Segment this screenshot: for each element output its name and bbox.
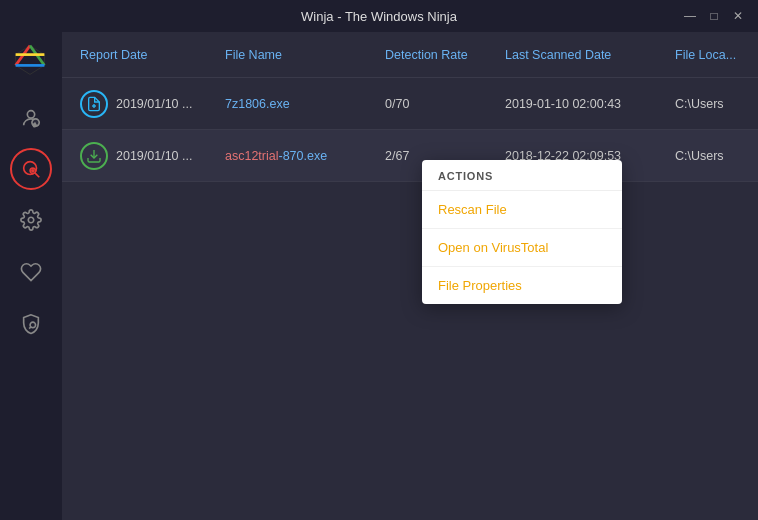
file-name-1: 7z1806.exe [225,97,290,111]
context-menu: ACTIONS Rescan File Open on VirusTotal F… [422,160,622,304]
table-body: 2019/01/10 ... 7z1806.exe 0/70 2019-01-1… [62,78,758,520]
cell-name-1: 7z1806.exe [217,97,377,111]
report-date-2: 2019/01/10 ... [116,149,192,163]
table-row[interactable]: 2019/01/10 ... asc12trial-870.exe 2/67 2… [62,130,758,182]
context-menu-rescan[interactable]: Rescan File [422,191,622,229]
main-layout: Report Date File Name Detection Rate Las… [0,32,758,520]
file-icon-2 [80,142,108,170]
sidebar-item-favorites[interactable] [9,250,53,294]
th-file-name: File Name [217,48,377,62]
th-report-date: Report Date [72,48,217,62]
svg-line-15 [29,327,31,329]
cell-fileloc-2: C:\Users [667,149,748,163]
th-detection-rate: Detection Rate [377,48,497,62]
sidebar-item-scan[interactable] [10,148,52,190]
file-name-prefix-2: asc12trial [225,149,279,163]
file-name-suffix-2: -870.exe [279,149,328,163]
minimize-button[interactable]: — [682,8,698,24]
th-file-location: File Loca... [667,48,748,62]
sidebar-item-user[interactable] [9,96,53,140]
cell-name-2: asc12trial-870.exe [217,149,377,163]
th-last-scanned: Last Scanned Date [497,48,667,62]
titlebar-controls: — □ ✕ [682,8,746,24]
file-icon-1 [80,90,108,118]
app-logo [12,42,50,80]
maximize-button[interactable]: □ [706,8,722,24]
context-menu-virustotal[interactable]: Open on VirusTotal [422,229,622,267]
svg-point-5 [27,111,34,118]
cell-lastscanned-1: 2019-01-10 02:00:43 [497,97,667,111]
svg-point-13 [28,217,34,223]
table-header: Report Date File Name Detection Rate Las… [62,32,758,78]
report-date-1: 2019/01/10 ... [116,97,192,111]
context-menu-properties[interactable]: File Properties [422,267,622,304]
content-area: Report Date File Name Detection Rate Las… [62,32,758,520]
svg-point-12 [32,170,34,172]
cell-report-2: 2019/01/10 ... [72,142,217,170]
context-menu-header: ACTIONS [422,160,622,191]
sidebar-item-shield-scan[interactable] [9,302,53,346]
svg-point-8 [33,124,36,127]
cell-detection-1: 0/70 [377,97,497,111]
titlebar: Winja - The Windows Ninja — □ ✕ [0,0,758,32]
titlebar-title: Winja - The Windows Ninja [301,9,457,24]
sidebar-item-settings[interactable] [9,198,53,242]
sidebar [0,32,62,520]
close-button[interactable]: ✕ [730,8,746,24]
cell-fileloc-1: C:\Users [667,97,748,111]
table-row[interactable]: 2019/01/10 ... 7z1806.exe 0/70 2019-01-1… [62,78,758,130]
cell-report-1: 2019/01/10 ... [72,90,217,118]
